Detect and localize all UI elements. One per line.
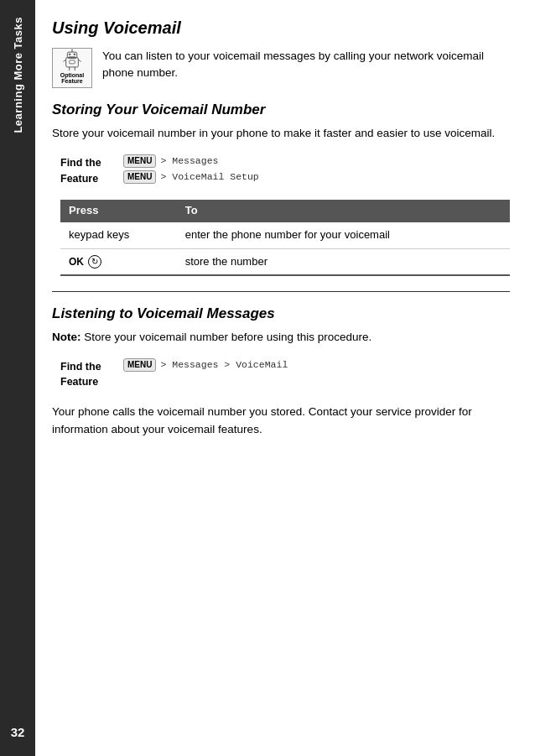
to-cell-1: enter the phone number for your voicemai…: [177, 222, 510, 248]
svg-point-3: [71, 49, 73, 50]
ok-key: OK: [69, 256, 84, 268]
svg-rect-8: [70, 60, 75, 64]
col-press-header: Press: [60, 200, 177, 222]
menu-path-2: MENU > VoiceMail Setup: [123, 170, 259, 184]
find-feature-box-1: Find the Feature MENU > Messages MENU > …: [60, 154, 510, 187]
optional-label: OptionalFeature: [60, 72, 84, 85]
svg-rect-4: [69, 54, 70, 55]
svg-rect-0: [66, 58, 79, 67]
menu-path-text-3: > Messages > VoiceMail: [160, 359, 288, 370]
find-feature-label-2: Find the Feature: [60, 358, 123, 391]
menu-path-1: MENU > Messages: [123, 154, 259, 168]
table-header: Press To: [60, 200, 510, 222]
optional-feature-icon: OptionalFeature: [52, 48, 92, 88]
robot-icon: [59, 49, 86, 72]
table-body: keypad keys enter the phone number for y…: [60, 222, 510, 274]
section-divider: [52, 291, 510, 292]
col-to-header: To: [177, 200, 510, 222]
find-feature-label-1: Find the Feature: [60, 154, 123, 187]
press-cell-2: OK ↻: [60, 248, 177, 275]
section1-body: Store your voicemail number in your phon…: [52, 125, 510, 143]
sidebar-label: Learning More Tasks: [12, 17, 24, 133]
section1-title: Storing Your Voicemail Number: [52, 102, 510, 118]
menu-path-text-1: > Messages: [160, 155, 218, 166]
optional-feature-row: OptionalFeature You can listen to your v…: [52, 48, 510, 88]
table-header-row: Press To: [60, 200, 510, 222]
find-feature-paths-2: MENU > Messages > VoiceMail: [123, 358, 288, 372]
find-feature-box-2: Find the Feature MENU > Messages > Voice…: [60, 358, 510, 391]
page-number: 32: [11, 725, 25, 739]
section2-title: Listening to Voicemail Messages: [52, 305, 510, 322]
optional-feature-text: You can listen to your voicemail message…: [102, 48, 510, 82]
sidebar: Learning More Tasks 32: [0, 0, 35, 756]
press-cell-1: keypad keys: [60, 222, 177, 248]
main-content: Using Voicemail: [35, 0, 535, 756]
footer-text: Your phone calls the voicemail number yo…: [52, 404, 510, 439]
menu-key-3: MENU: [123, 358, 156, 372]
menu-key-1: MENU: [123, 154, 156, 168]
menu-path-3: MENU > Messages > VoiceMail: [123, 358, 288, 372]
table-row: keypad keys enter the phone number for y…: [60, 222, 510, 248]
note-body: Store your voicemail number before using…: [81, 331, 372, 343]
table-row: OK ↻ store the number: [60, 248, 510, 275]
note-text: Note: Store your voicemail number before…: [52, 329, 510, 347]
press-to-table: Press To keypad keys enter the phone num…: [60, 200, 510, 275]
circle-arrow-icon: ↻: [88, 255, 101, 269]
svg-rect-5: [74, 54, 75, 55]
menu-key-2: MENU: [123, 170, 156, 184]
main-title: Using Voicemail: [52, 18, 510, 38]
menu-path-text-2: > VoiceMail Setup: [160, 171, 258, 182]
find-feature-paths-1: MENU > Messages MENU > VoiceMail Setup: [123, 154, 259, 184]
note-prefix: Note:: [52, 331, 81, 343]
svg-line-9: [63, 60, 65, 61]
to-cell-2: store the number: [177, 248, 510, 275]
svg-line-10: [78, 60, 81, 61]
